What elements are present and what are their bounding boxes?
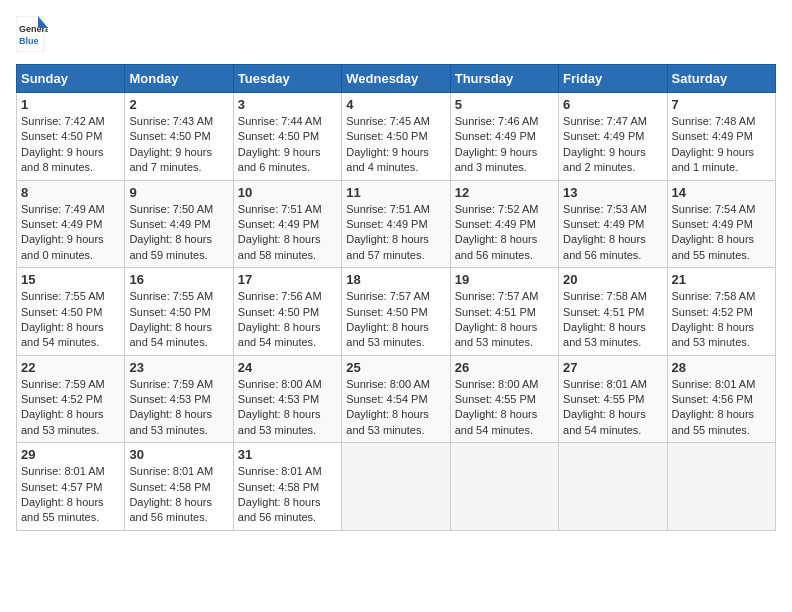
- day-number: 1: [21, 97, 120, 112]
- day-info: Sunrise: 7:43 AM Sunset: 4:50 PM Dayligh…: [129, 114, 228, 176]
- calendar-cell: 21 Sunrise: 7:58 AM Sunset: 4:52 PM Dayl…: [667, 268, 775, 356]
- day-info: Sunrise: 7:49 AM Sunset: 4:49 PM Dayligh…: [21, 202, 120, 264]
- day-number: 7: [672, 97, 771, 112]
- calendar-cell: 19 Sunrise: 7:57 AM Sunset: 4:51 PM Dayl…: [450, 268, 558, 356]
- calendar-cell: 30 Sunrise: 8:01 AM Sunset: 4:58 PM Dayl…: [125, 443, 233, 531]
- calendar-week-row: 22 Sunrise: 7:59 AM Sunset: 4:52 PM Dayl…: [17, 355, 776, 443]
- day-number: 19: [455, 272, 554, 287]
- day-info: Sunrise: 8:01 AM Sunset: 4:55 PM Dayligh…: [563, 377, 662, 439]
- day-number: 31: [238, 447, 337, 462]
- day-number: 23: [129, 360, 228, 375]
- calendar-cell: 20 Sunrise: 7:58 AM Sunset: 4:51 PM Dayl…: [559, 268, 667, 356]
- day-number: 20: [563, 272, 662, 287]
- day-number: 24: [238, 360, 337, 375]
- day-info: Sunrise: 7:57 AM Sunset: 4:50 PM Dayligh…: [346, 289, 445, 351]
- day-info: Sunrise: 8:01 AM Sunset: 4:56 PM Dayligh…: [672, 377, 771, 439]
- day-info: Sunrise: 7:51 AM Sunset: 4:49 PM Dayligh…: [238, 202, 337, 264]
- weekday-header: Tuesday: [233, 65, 341, 93]
- calendar-cell: 28 Sunrise: 8:01 AM Sunset: 4:56 PM Dayl…: [667, 355, 775, 443]
- calendar-cell: 4 Sunrise: 7:45 AM Sunset: 4:50 PM Dayli…: [342, 93, 450, 181]
- day-number: 14: [672, 185, 771, 200]
- day-info: Sunrise: 8:00 AM Sunset: 4:53 PM Dayligh…: [238, 377, 337, 439]
- day-number: 26: [455, 360, 554, 375]
- day-info: Sunrise: 7:59 AM Sunset: 4:52 PM Dayligh…: [21, 377, 120, 439]
- day-info: Sunrise: 7:45 AM Sunset: 4:50 PM Dayligh…: [346, 114, 445, 176]
- calendar-cell: 23 Sunrise: 7:59 AM Sunset: 4:53 PM Dayl…: [125, 355, 233, 443]
- header-row: SundayMondayTuesdayWednesdayThursdayFrid…: [17, 65, 776, 93]
- header: General Blue: [16, 16, 776, 52]
- day-number: 3: [238, 97, 337, 112]
- weekday-header: Sunday: [17, 65, 125, 93]
- calendar-cell: 25 Sunrise: 8:00 AM Sunset: 4:54 PM Dayl…: [342, 355, 450, 443]
- day-number: 29: [21, 447, 120, 462]
- calendar-cell: 3 Sunrise: 7:44 AM Sunset: 4:50 PM Dayli…: [233, 93, 341, 181]
- calendar-cell: 11 Sunrise: 7:51 AM Sunset: 4:49 PM Dayl…: [342, 180, 450, 268]
- day-info: Sunrise: 8:00 AM Sunset: 4:55 PM Dayligh…: [455, 377, 554, 439]
- calendar-cell: 17 Sunrise: 7:56 AM Sunset: 4:50 PM Dayl…: [233, 268, 341, 356]
- calendar-cell: 12 Sunrise: 7:52 AM Sunset: 4:49 PM Dayl…: [450, 180, 558, 268]
- calendar-week-row: 1 Sunrise: 7:42 AM Sunset: 4:50 PM Dayli…: [17, 93, 776, 181]
- day-number: 8: [21, 185, 120, 200]
- day-number: 12: [455, 185, 554, 200]
- calendar-cell: 1 Sunrise: 7:42 AM Sunset: 4:50 PM Dayli…: [17, 93, 125, 181]
- weekday-header: Friday: [559, 65, 667, 93]
- day-info: Sunrise: 7:54 AM Sunset: 4:49 PM Dayligh…: [672, 202, 771, 264]
- calendar-cell: 22 Sunrise: 7:59 AM Sunset: 4:52 PM Dayl…: [17, 355, 125, 443]
- weekday-header: Monday: [125, 65, 233, 93]
- calendar-cell: 29 Sunrise: 8:01 AM Sunset: 4:57 PM Dayl…: [17, 443, 125, 531]
- calendar-cell: 9 Sunrise: 7:50 AM Sunset: 4:49 PM Dayli…: [125, 180, 233, 268]
- calendar-cell: 6 Sunrise: 7:47 AM Sunset: 4:49 PM Dayli…: [559, 93, 667, 181]
- calendar-cell: 26 Sunrise: 8:00 AM Sunset: 4:55 PM Dayl…: [450, 355, 558, 443]
- calendar-cell: [450, 443, 558, 531]
- calendar-week-row: 8 Sunrise: 7:49 AM Sunset: 4:49 PM Dayli…: [17, 180, 776, 268]
- day-number: 11: [346, 185, 445, 200]
- day-number: 2: [129, 97, 228, 112]
- weekday-header: Thursday: [450, 65, 558, 93]
- calendar-cell: 14 Sunrise: 7:54 AM Sunset: 4:49 PM Dayl…: [667, 180, 775, 268]
- day-info: Sunrise: 7:51 AM Sunset: 4:49 PM Dayligh…: [346, 202, 445, 264]
- logo-svg: General Blue: [16, 16, 48, 52]
- day-number: 15: [21, 272, 120, 287]
- calendar-cell: 27 Sunrise: 8:01 AM Sunset: 4:55 PM Dayl…: [559, 355, 667, 443]
- calendar-cell: [342, 443, 450, 531]
- calendar-cell: 5 Sunrise: 7:46 AM Sunset: 4:49 PM Dayli…: [450, 93, 558, 181]
- day-info: Sunrise: 7:55 AM Sunset: 4:50 PM Dayligh…: [129, 289, 228, 351]
- calendar-cell: 13 Sunrise: 7:53 AM Sunset: 4:49 PM Dayl…: [559, 180, 667, 268]
- weekday-header: Saturday: [667, 65, 775, 93]
- calendar-cell: 18 Sunrise: 7:57 AM Sunset: 4:50 PM Dayl…: [342, 268, 450, 356]
- day-number: 4: [346, 97, 445, 112]
- day-info: Sunrise: 7:50 AM Sunset: 4:49 PM Dayligh…: [129, 202, 228, 264]
- day-number: 21: [672, 272, 771, 287]
- calendar-table: SundayMondayTuesdayWednesdayThursdayFrid…: [16, 64, 776, 531]
- calendar-cell: 31 Sunrise: 8:01 AM Sunset: 4:58 PM Dayl…: [233, 443, 341, 531]
- day-number: 25: [346, 360, 445, 375]
- day-info: Sunrise: 8:00 AM Sunset: 4:54 PM Dayligh…: [346, 377, 445, 439]
- day-info: Sunrise: 7:57 AM Sunset: 4:51 PM Dayligh…: [455, 289, 554, 351]
- day-info: Sunrise: 7:47 AM Sunset: 4:49 PM Dayligh…: [563, 114, 662, 176]
- day-info: Sunrise: 7:58 AM Sunset: 4:51 PM Dayligh…: [563, 289, 662, 351]
- weekday-header: Wednesday: [342, 65, 450, 93]
- logo: General Blue: [16, 16, 48, 52]
- calendar-cell: 24 Sunrise: 8:00 AM Sunset: 4:53 PM Dayl…: [233, 355, 341, 443]
- day-number: 5: [455, 97, 554, 112]
- day-info: Sunrise: 7:46 AM Sunset: 4:49 PM Dayligh…: [455, 114, 554, 176]
- day-info: Sunrise: 7:58 AM Sunset: 4:52 PM Dayligh…: [672, 289, 771, 351]
- day-info: Sunrise: 8:01 AM Sunset: 4:58 PM Dayligh…: [238, 464, 337, 526]
- day-info: Sunrise: 7:59 AM Sunset: 4:53 PM Dayligh…: [129, 377, 228, 439]
- day-info: Sunrise: 8:01 AM Sunset: 4:58 PM Dayligh…: [129, 464, 228, 526]
- svg-text:Blue: Blue: [19, 36, 39, 46]
- day-number: 18: [346, 272, 445, 287]
- day-info: Sunrise: 7:44 AM Sunset: 4:50 PM Dayligh…: [238, 114, 337, 176]
- calendar-cell: 16 Sunrise: 7:55 AM Sunset: 4:50 PM Dayl…: [125, 268, 233, 356]
- day-number: 30: [129, 447, 228, 462]
- calendar-cell: 8 Sunrise: 7:49 AM Sunset: 4:49 PM Dayli…: [17, 180, 125, 268]
- day-number: 6: [563, 97, 662, 112]
- calendar-cell: 15 Sunrise: 7:55 AM Sunset: 4:50 PM Dayl…: [17, 268, 125, 356]
- day-number: 27: [563, 360, 662, 375]
- calendar-cell: [559, 443, 667, 531]
- day-number: 13: [563, 185, 662, 200]
- day-number: 9: [129, 185, 228, 200]
- day-info: Sunrise: 7:42 AM Sunset: 4:50 PM Dayligh…: [21, 114, 120, 176]
- day-info: Sunrise: 7:52 AM Sunset: 4:49 PM Dayligh…: [455, 202, 554, 264]
- calendar-cell: 7 Sunrise: 7:48 AM Sunset: 4:49 PM Dayli…: [667, 93, 775, 181]
